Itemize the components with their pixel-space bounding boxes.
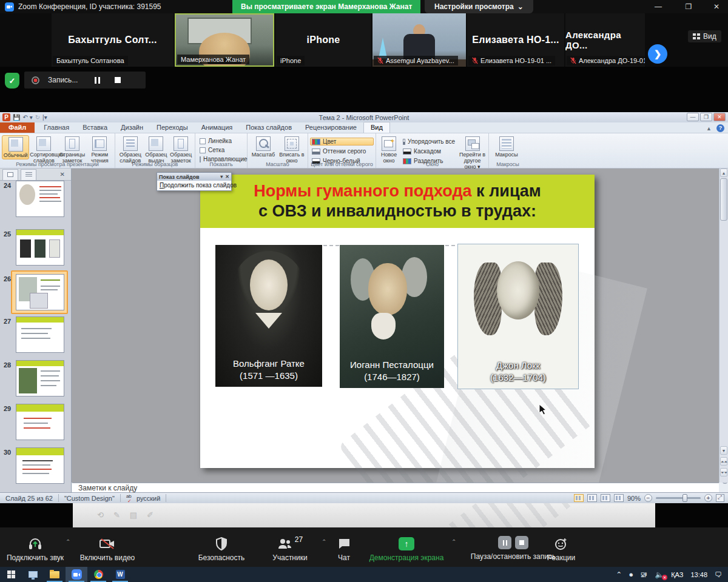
chat-button[interactable]: Чат [323, 536, 365, 562]
tab-review[interactable]: Рецензирование [298, 122, 363, 133]
language-indicator[interactable]: ҚАЗ [671, 571, 683, 578]
clock[interactable]: 13:48 [690, 571, 707, 578]
outline-tab[interactable] [21, 169, 36, 180]
normal-view-status-icon[interactable] [574, 494, 584, 502]
participant-tile[interactable]: Александра ДО... Александра ДО-19-01 [565, 13, 645, 67]
zoom-in-button[interactable]: + [704, 494, 712, 502]
start-video-button[interactable]: Включить видео [74, 536, 141, 562]
taskbar-chrome[interactable] [87, 567, 109, 582]
security-shield-icon[interactable]: ✓ [5, 73, 19, 89]
tab-slideshow[interactable]: Показ слайдов [239, 122, 298, 133]
audio-options-chevron[interactable]: ⌃ [66, 538, 70, 545]
zoom-percent[interactable]: 90% [627, 495, 641, 502]
reading-view-button[interactable]: Режим чтения [87, 135, 113, 164]
slide-canvas[interactable]: Нормы гуманного подхода к лицам с ОВЗ и … [200, 175, 595, 468]
slide-thumbnail-selected[interactable] [16, 274, 64, 310]
stop-recording-button[interactable] [115, 77, 121, 83]
view-layout-button[interactable]: Вид [688, 30, 721, 42]
zoom-slider[interactable] [656, 497, 701, 499]
share-screen-button[interactable]: ↑ Демонстрация экрана [364, 536, 449, 562]
popup-dropdown-icon[interactable]: ▾ [220, 174, 223, 179]
taskbar-file-explorer[interactable] [44, 567, 66, 582]
slide-thumbnail[interactable] [16, 229, 64, 266]
gridlines-checkbox[interactable]: Сетка [200, 147, 244, 153]
participant-tile[interactable]: iPhone iPhone [275, 13, 371, 67]
pause-recording-button[interactable] [95, 77, 100, 84]
cascade-button[interactable]: Каскадом [401, 147, 457, 155]
join-audio-button[interactable]: Подключить звук [5, 536, 66, 562]
reactions-button[interactable]: Реакции [540, 536, 582, 562]
slide-master-button[interactable]: Образец слайдов [117, 135, 144, 164]
reading-view-status-icon[interactable] [601, 494, 610, 502]
slides-tab[interactable] [2, 169, 18, 180]
fit-to-window-button[interactable]: Вписать в окно [278, 135, 306, 164]
tab-insert[interactable]: Вставка [76, 122, 114, 133]
notes-page-button[interactable]: Страницы заметок [58, 135, 86, 164]
participants-button[interactable]: 27 Участники [260, 536, 320, 562]
notes-field[interactable]: Заметки к слайду [72, 483, 719, 492]
taskbar-word[interactable]: W [109, 567, 131, 582]
pane-close-icon[interactable]: ✕ [60, 171, 65, 178]
view-settings-button[interactable]: Настройки просмотра⌄ [425, 0, 533, 13]
zoom-button[interactable]: Масштаб [249, 135, 277, 158]
participant-tile-video[interactable]: Мамерханова Жанат [175, 13, 274, 67]
zoom-out-button[interactable]: − [644, 494, 652, 502]
color-mode-button[interactable]: Цвет [310, 138, 374, 146]
next-slide-button[interactable]: ⏷⏷ [720, 468, 727, 477]
slide-thumbnail[interactable] [16, 404, 64, 440]
zoom-slider-thumb[interactable] [682, 494, 687, 502]
scroll-down-icon[interactable]: ▼ [720, 446, 727, 455]
help-icon[interactable]: ? [716, 124, 724, 132]
scroll-up-icon[interactable]: ▲ [720, 169, 727, 177]
participant-tile-video[interactable]: Assemgul Ayazbayev... [372, 13, 466, 67]
ppt-close-button[interactable]: ✕ [713, 113, 726, 121]
slide-thumbnail[interactable] [16, 447, 64, 484]
pause-record-icon[interactable] [498, 536, 511, 549]
slide-thumbnail[interactable] [16, 181, 64, 217]
collapse-ribbon-icon[interactable]: ▲ [706, 125, 712, 132]
handout-master-button[interactable]: Образец выдач [144, 135, 169, 164]
tray-expand-icon[interactable]: ⌃ [616, 570, 622, 579]
tab-design[interactable]: Дизайн [114, 122, 150, 133]
slide-thumbnail[interactable] [16, 316, 64, 353]
fit-slide-button[interactable] [716, 494, 724, 502]
scroll-thumb[interactable] [720, 178, 727, 221]
close-button[interactable]: ✕ [706, 0, 727, 13]
arrange-all-button[interactable]: Упорядочить все [401, 138, 457, 146]
share-options-chevron[interactable]: ⌃ [451, 538, 456, 545]
slide-thumbnail[interactable] [16, 360, 64, 396]
macros-button[interactable]: Макросы [491, 135, 522, 158]
security-button[interactable]: Безопасность [188, 536, 255, 562]
tab-file[interactable]: Файл [0, 122, 35, 133]
ppt-minimize-button[interactable]: — [687, 113, 699, 121]
sorter-view-status-icon[interactable] [587, 494, 597, 502]
spellcheck-status[interactable]: русский [121, 494, 166, 502]
network-icon[interactable]: 🖳 [640, 570, 647, 579]
slide-sorter-button[interactable]: Сортировщик слайдов [30, 135, 58, 164]
speaker-muted-icon[interactable]: 🔈✕ [655, 570, 664, 579]
notes-master-button[interactable]: Образец заметок [169, 135, 193, 164]
start-button[interactable] [0, 567, 22, 582]
ruler-checkbox[interactable]: Линейка [200, 138, 244, 144]
resume-slideshow-item[interactable]: Продолжить показ слайдов [157, 181, 231, 190]
slideshow-status-icon[interactable] [614, 494, 624, 502]
tab-view[interactable]: Вид [363, 122, 390, 133]
tab-animations[interactable]: Анимация [195, 122, 240, 133]
slide-scrollbar[interactable]: ▲ ▼ ⏶⏶ ⏷⏷ [719, 169, 728, 483]
tray-camera-icon[interactable]: ⏺ [629, 570, 633, 579]
stop-record-icon[interactable] [515, 536, 528, 549]
restore-button[interactable]: ❐ [678, 0, 699, 13]
action-center-icon[interactable]: 🗨 [715, 570, 722, 579]
tab-transitions[interactable]: Переходы [150, 122, 195, 133]
participant-tile[interactable]: Бахытгуль Солт... Бахытгуль Солтанова [52, 13, 174, 67]
minimize-button[interactable]: — [648, 0, 669, 13]
next-participants-button[interactable]: ❯ [648, 44, 667, 64]
popup-close-icon[interactable]: ✕ [225, 174, 229, 179]
tab-home[interactable]: Главная [37, 122, 76, 133]
taskbar-explorer-pc[interactable] [22, 567, 44, 582]
taskbar-zoom[interactable] [66, 567, 87, 582]
ppt-restore-button[interactable]: ❐ [700, 113, 712, 121]
grayscale-button[interactable]: Оттенки серого [310, 147, 374, 155]
participant-tile[interactable]: Елизавета НО-1... Елизавета НО-19-01 ... [467, 13, 564, 67]
theme-name[interactable]: "Custom Design" [59, 494, 121, 502]
